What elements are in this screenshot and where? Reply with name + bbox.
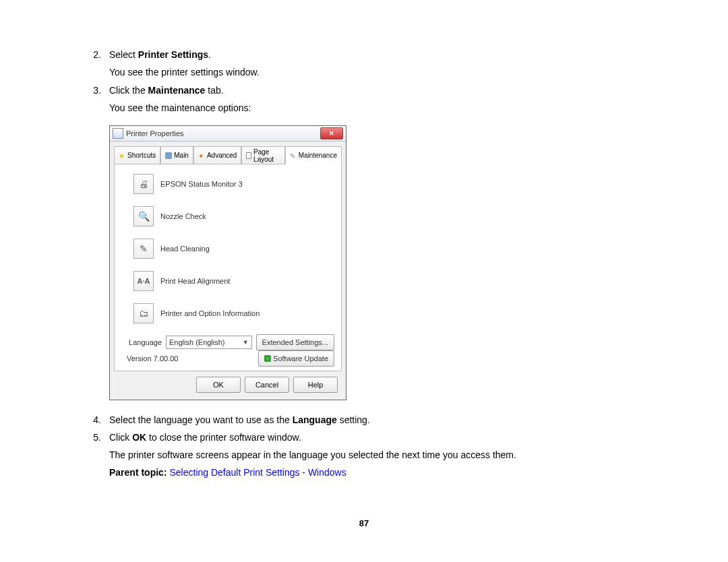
window-icon	[113, 128, 123, 139]
version-row: Version 7.00.00 Software Update	[121, 350, 334, 367]
parent-topic-link[interactable]: Selecting Default Print Settings - Windo…	[169, 467, 346, 478]
window-body: ★Shortcuts Main ✦Advanced Page Layout ✎M…	[110, 142, 346, 400]
text-bold: Language	[293, 414, 337, 425]
step-5: 5. Click OK to close the printer softwar…	[81, 430, 647, 445]
step-3: 3. Click the Maintenance tab.	[81, 83, 647, 98]
step-text: Select the language you want to use as t…	[109, 412, 647, 427]
button-label: OK	[213, 381, 224, 389]
tab-label: Maintenance	[299, 152, 337, 159]
step-3-subtext: You see the maintenance options:	[109, 100, 647, 115]
step-number: 5.	[81, 430, 109, 445]
text: setting.	[337, 414, 370, 425]
tail-text: The printer software screens appear in t…	[109, 447, 647, 462]
tab-page-layout[interactable]: Page Layout	[241, 146, 284, 165]
wrench-icon: ✎	[290, 152, 297, 159]
text: Select	[109, 49, 138, 60]
printer-info-item[interactable]: 🗂 Printer and Option Information	[133, 303, 336, 323]
ok-button[interactable]: OK	[196, 377, 241, 393]
tab-shortcuts[interactable]: ★Shortcuts	[114, 146, 160, 165]
language-row: Language English (English) ▼ Extended Se…	[121, 334, 334, 350]
chevron-down-icon: ▼	[243, 339, 249, 346]
maintenance-tab-content: 🖨 EPSON Status Monitor 3 🔍 Nozzle Check …	[114, 164, 342, 371]
step-number: 3.	[81, 83, 109, 98]
cancel-button[interactable]: Cancel	[245, 377, 289, 393]
item-label: EPSON Status Monitor 3	[160, 180, 243, 188]
gear-icon: ✦	[198, 152, 205, 159]
step-text: Select Printer Settings.	[109, 47, 647, 62]
printer-properties-window: Printer Properties ✕ ★Shortcuts Main ✦Ad…	[109, 125, 346, 400]
status-monitor-icon: 🖨	[133, 174, 154, 194]
head-cleaning-item[interactable]: ✎ Head Cleaning	[133, 239, 336, 259]
nozzle-check-item[interactable]: 🔍 Nozzle Check	[133, 206, 336, 226]
button-label: Cancel	[255, 381, 278, 389]
text: tab.	[205, 85, 223, 96]
printer-icon	[165, 152, 172, 159]
parent-topic: Parent topic: Selecting Default Print Se…	[109, 467, 647, 478]
head-alignment-item[interactable]: A·A Print Head Alignment	[133, 271, 336, 291]
star-icon: ★	[119, 152, 125, 159]
item-label: Nozzle Check	[160, 212, 206, 220]
step-number: 4.	[81, 412, 109, 427]
tab-maintenance[interactable]: ✎Maintenance	[285, 146, 342, 165]
text: Click the	[109, 85, 148, 96]
close-icon: ✕	[329, 130, 334, 137]
nozzle-check-icon: 🔍	[133, 206, 154, 226]
head-cleaning-icon: ✎	[133, 239, 154, 259]
software-update-button[interactable]: Software Update	[258, 350, 334, 367]
help-button[interactable]: Help	[293, 377, 338, 393]
step-4: 4. Select the language you want to use a…	[81, 412, 647, 427]
language-value: English (English)	[169, 338, 225, 346]
tab-label: Advanced	[207, 152, 237, 159]
item-label: Print Head Alignment	[160, 277, 230, 285]
status-monitor-item[interactable]: 🖨 EPSON Status Monitor 3	[133, 174, 336, 194]
text-bold: OK	[132, 432, 146, 443]
window-titlebar[interactable]: Printer Properties ✕	[110, 126, 346, 142]
step-text: Click the Maintenance tab.	[109, 83, 647, 98]
page-number: 87	[81, 518, 647, 528]
window-title: Printer Properties	[126, 129, 320, 137]
step-text: Click OK to close the printer software w…	[109, 430, 647, 445]
language-label: Language	[121, 338, 162, 346]
button-label: Software Update	[273, 354, 328, 363]
head-alignment-icon: A·A	[133, 271, 154, 291]
update-icon	[264, 355, 271, 362]
dialog-button-row: OK Cancel Help	[114, 371, 342, 396]
printer-info-icon: 🗂	[133, 303, 154, 323]
text-bold: Maintenance	[148, 85, 206, 96]
text: Click	[109, 432, 132, 443]
close-button[interactable]: ✕	[320, 127, 343, 139]
language-select[interactable]: English (English) ▼	[166, 336, 252, 349]
text: .	[208, 49, 211, 60]
tab-advanced[interactable]: ✦Advanced	[193, 146, 241, 165]
document-page: 2. Select Printer Settings. You see the …	[0, 0, 728, 555]
tab-strip: ★Shortcuts Main ✦Advanced Page Layout ✎M…	[114, 146, 342, 164]
extended-settings-button[interactable]: Extended Settings...	[256, 334, 334, 350]
tab-main[interactable]: Main	[160, 146, 193, 165]
item-label: Head Cleaning	[160, 245, 210, 253]
button-label: Help	[308, 381, 324, 389]
button-label: Extended Settings...	[262, 338, 328, 346]
step-2: 2. Select Printer Settings.	[81, 47, 647, 62]
version-label: Version 7.00.00	[121, 354, 258, 363]
page-icon	[246, 152, 251, 159]
text: to close the printer software window.	[146, 432, 301, 443]
tab-label: Main	[174, 152, 189, 159]
step-number: 2.	[81, 47, 109, 62]
text: Select the language you want to use as t…	[109, 414, 293, 425]
item-label: Printer and Option Information	[160, 309, 260, 317]
text-bold: Printer Settings	[138, 49, 208, 60]
tab-label: Shortcuts	[127, 152, 156, 159]
tab-label: Page Layout	[253, 148, 280, 163]
step-2-subtext: You see the printer settings window.	[109, 65, 647, 80]
parent-topic-label: Parent topic:	[109, 467, 169, 478]
